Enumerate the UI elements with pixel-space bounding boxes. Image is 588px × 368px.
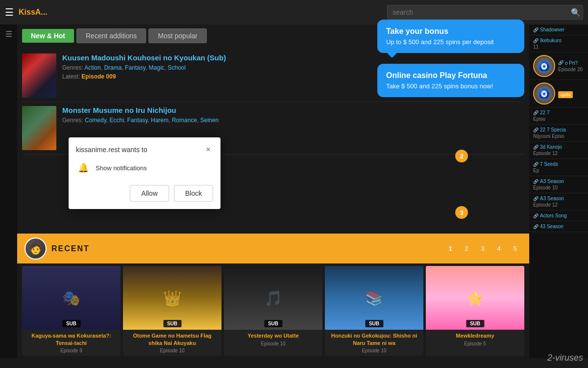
sidebar-link[interactable]: Shadowver — [533, 27, 584, 32]
card-info: Mewkledreamy Episode 5 — [426, 330, 524, 348]
card-image: 👑 SUB — [123, 266, 221, 330]
genre-link[interactable]: Fantasy — [125, 64, 146, 71]
search-button[interactable]: 🔍 — [571, 8, 581, 17]
sidebar-sub: Episode 20 — [558, 67, 583, 72]
sidebar-avatar-item: 🧿 upda — [529, 80, 588, 107]
sidebar-item: A3 Season Episode 10 — [529, 176, 588, 193]
main-site: ☰ KissA... 🔍 ☰ New & Hot Recent addition… — [0, 0, 588, 368]
sidebar-link[interactable]: 7 Seeds — [533, 161, 584, 167]
sidebar-avatar-item: 🧿 o Pri? Episode 20 — [529, 53, 588, 80]
menu-icon[interactable]: ☰ — [5, 29, 12, 39]
genre-link[interactable]: Comedy — [85, 117, 106, 124]
page-4-button[interactable]: 4 — [492, 242, 506, 256]
sub-badge: SUB — [264, 320, 282, 327]
card-episode: Episode 10 — [327, 348, 421, 353]
sub-badge: SUB — [62, 320, 80, 327]
notification-text: Show notifications — [96, 164, 147, 172]
dialog-notification-row: 🔔 Show notifications — [76, 160, 213, 175]
page-5-button[interactable]: 5 — [508, 242, 522, 256]
pagination: 1 2 3 4 5 — [443, 242, 522, 256]
sidebar-link[interactable]: A3 Season — [533, 196, 584, 201]
sidebar-link[interactable]: 22 7 — [533, 110, 584, 115]
card-image: ⭐ SUB — [426, 266, 524, 330]
anime-card[interactable]: 📚 SUB Honzuki no Gekokujou: Shisho ni Na… — [325, 266, 423, 356]
genre-link[interactable]: Harem — [151, 117, 169, 124]
sidebar-sub: Episode 10 — [533, 185, 584, 190]
anime-thumbnail — [22, 53, 56, 98]
search-bar: 🔍 — [387, 5, 583, 20]
card-episode: Episode 5 — [428, 341, 522, 346]
genre-link[interactable]: School — [168, 64, 186, 71]
card-image: 🎵 SUB — [224, 266, 322, 330]
sidebar-sub: Episode 12 — [533, 151, 584, 156]
card-info: Kaguya-sama wa Kokuraseta?: Tensai-tachi… — [22, 330, 121, 356]
sidebar-sub: 11 — [533, 44, 584, 50]
page-2-button[interactable]: 2 — [460, 242, 473, 256]
avatar-horseshoe-2: 🧿 — [533, 82, 555, 105]
anime-card[interactable]: ⭐ SUB Mewkledreamy Episode 5 — [426, 266, 524, 356]
anime-card[interactable]: 🎭 SUB Kaguya-sama wa Kokuraseta?: Tensai… — [22, 266, 121, 356]
tab-most-popular[interactable]: Most popular — [148, 28, 207, 43]
card-title: Honzuki no Gekokujou: Shisho ni Naru Tam… — [327, 332, 421, 346]
anime-genres: Genres: Comedy, Ecchi, Fantasy, Harem, R… — [62, 117, 524, 124]
sub-badge: SUB — [365, 320, 383, 327]
card-image: 🎭 SUB — [22, 266, 121, 330]
card-title: Kaguya-sama wa Kokuraseta?: Tensai-tachi — [24, 332, 118, 346]
sidebar-link[interactable]: 22 7 Specia — [533, 127, 584, 132]
search-input[interactable] — [387, 5, 583, 20]
hamburger-icon[interactable]: ☰ — [5, 6, 14, 18]
genre-link[interactable]: Fantasy — [127, 117, 148, 124]
genre-link[interactable]: Drama — [104, 64, 122, 71]
bell-icon: 🔔 — [76, 160, 91, 175]
recent-label: RECENT — [51, 244, 90, 253]
page-1-button[interactable]: 1 — [443, 242, 457, 256]
sidebar-link[interactable]: Actors Song — [533, 213, 584, 218]
anime-title[interactable]: Monster Musume no Iru Nichijou — [62, 106, 524, 114]
latest-episode[interactable]: Episode 009 — [81, 73, 116, 80]
anime-card[interactable]: 🎵 SUB Yesterday wo Utatte Episode 10 — [224, 266, 322, 356]
ad-bubble-2[interactable]: Online casino Play Fortuna Take $ 500 an… — [377, 64, 524, 97]
card-image: 📚 SUB — [325, 266, 423, 330]
allow-button[interactable]: Allow — [130, 185, 169, 202]
right-sidebar: Shadowver Ikebukuro 11 🧿 o Pri? Episode … — [529, 25, 588, 358]
sidebar-sub: Nijyuuni Episo — [533, 133, 584, 139]
recent-header: 🧑 RECENT 1 2 3 4 5 — [17, 234, 529, 263]
card-title: Yesterday wo Utatte — [226, 332, 320, 339]
cards-grid: 🎭 SUB Kaguya-sama wa Kokuraseta?: Tensai… — [17, 263, 529, 358]
dialog-header: kissanime.rest wants to × — [76, 145, 213, 155]
tab-new-hot[interactable]: New & Hot — [22, 29, 74, 43]
left-nav: ☰ — [0, 25, 17, 358]
sidebar-link[interactable]: o Pri? — [558, 60, 583, 66]
anime-thumb-kuusen — [22, 53, 56, 98]
sidebar-item: 43 Season — [529, 221, 588, 232]
update-badge: upda — [558, 91, 573, 98]
page-3-button[interactable]: 3 — [476, 242, 490, 256]
card-info: Yesterday wo Utatte Episode 10 — [224, 330, 322, 348]
sidebar-sub: Ep — [533, 168, 584, 173]
card-info: Otome Game no Hametsu Flag shika Nai Aku… — [123, 330, 221, 356]
dialog-close-button[interactable]: × — [203, 145, 213, 155]
sidebar-sub: Episode 12 — [533, 202, 584, 208]
anime-title[interactable]: Kuusen Madoushi Kouhosei no Kyoukan (Sub… — [62, 53, 524, 62]
ad-bubble-1[interactable]: Take your bonus Up to $ 500 and 225 spin… — [377, 20, 524, 53]
block-button[interactable]: Block — [174, 185, 213, 202]
sidebar-link[interactable]: 3d Kanojo — [533, 144, 584, 150]
watermark: 2-viruses — [547, 353, 583, 363]
genre-link[interactable]: Romance — [172, 117, 197, 124]
sidebar-item: 22 7 Specia Nijyuuni Episo — [529, 125, 588, 142]
sidebar-item: Shadowver — [529, 25, 588, 35]
sub-badge: SUB — [163, 320, 181, 327]
anime-card[interactable]: 👑 SUB Otome Game no Hametsu Flag shika N… — [123, 266, 221, 356]
recent-section: 🧑 RECENT 1 2 3 4 5 — [17, 234, 529, 358]
sidebar-link-43-season[interactable]: 43 Season — [533, 224, 584, 229]
genre-link[interactable]: Ecchi — [110, 117, 124, 124]
notification-dialog: kissanime.rest wants to × 🔔 Show notific… — [69, 137, 220, 209]
tab-recent-additions[interactable]: Recent additions — [76, 28, 146, 43]
genre-link[interactable]: Magic — [149, 64, 165, 71]
card-title: Mewkledreamy — [428, 332, 522, 339]
site-logo: KissA... — [19, 8, 48, 17]
genre-link[interactable]: Seinen — [200, 117, 219, 124]
genre-link[interactable]: Action — [84, 64, 100, 71]
sidebar-link[interactable]: Ikebukuro — [533, 38, 584, 43]
sidebar-link[interactable]: A3 Season — [533, 179, 584, 184]
